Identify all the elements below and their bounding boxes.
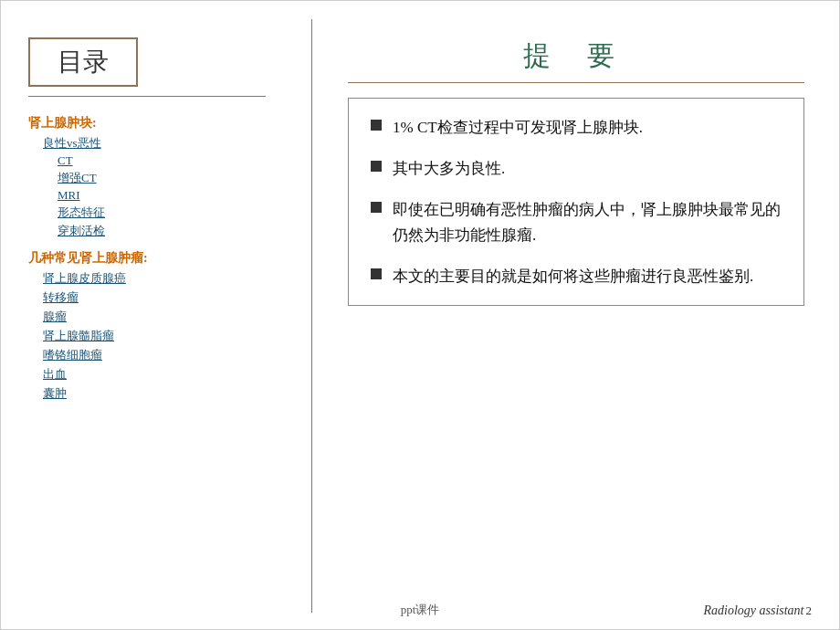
toc-divider (28, 96, 266, 97)
toc-item-4[interactable]: 形态特征 (58, 205, 284, 221)
toc-item-s2-3[interactable]: 肾上腺髓脂瘤 (43, 328, 284, 344)
bullet-item-3: 本文的主要目的就是如何将这些肿瘤进行良恶性鉴别. (371, 264, 782, 289)
bullet-item-1: 其中大多为良性. (371, 156, 782, 181)
toc-item-s2-0[interactable]: 肾上腺皮质腺癌 (43, 270, 284, 287)
bullet-item-2: 即使在已明确有恶性肿瘤的病人中，肾上腺肿块最常见的仍然为非功能性腺瘤. (371, 197, 782, 247)
bullet-text-1: 其中大多为良性. (393, 156, 505, 181)
toc-section2-title[interactable]: 几种常见肾上腺肿瘤: (28, 250, 284, 267)
slide: 目录 肾上腺肿块: 良性vs恶性 CT 增强CT MRI 形态特征 穿刺活检 几… (0, 0, 840, 630)
bullet-square-1 (371, 161, 382, 172)
toc-section1-title[interactable]: 肾上腺肿块: (28, 115, 284, 131)
footer-brand: Radiology assistant (703, 604, 803, 617)
bullet-square-2 (371, 202, 382, 213)
bullet-item-0: 1% CT检查过程中可发现肾上腺肿块. (371, 115, 782, 140)
toc-item-1[interactable]: CT (58, 153, 284, 168)
right-title: 提 要 (348, 37, 804, 75)
toc-item-3[interactable]: MRI (58, 188, 284, 203)
left-panel: 目录 肾上腺肿块: 良性vs恶性 CT 增强CT MRI 形态特征 穿刺活检 几… (1, 1, 311, 630)
toc-item-s2-6[interactable]: 囊肿 (43, 385, 284, 402)
toc-item-s2-4[interactable]: 嗜铬细胞瘤 (43, 347, 284, 363)
toc-item-2[interactable]: 增强CT (58, 170, 284, 186)
footer-right: Radiology assistant2 (703, 604, 812, 618)
toc-title: 目录 (58, 47, 109, 76)
content-box: 1% CT检查过程中可发现肾上腺肿块. 其中大多为良性. 即使在已明确有恶性肿瘤… (348, 98, 804, 306)
toc-item-s2-1[interactable]: 转移瘤 (43, 289, 284, 306)
bullet-text-2: 即使在已明确有恶性肿瘤的病人中，肾上腺肿块最常见的仍然为非功能性腺瘤. (393, 197, 782, 247)
bullet-text-3: 本文的主要目的就是如何将这些肿瘤进行良恶性鉴别. (393, 264, 753, 289)
toc-item-0[interactable]: 良性vs恶性 (43, 135, 284, 152)
bullet-square-0 (371, 120, 382, 131)
right-panel: 提 要 1% CT检查过程中可发现肾上腺肿块. 其中大多为良性. 即使在已明确有… (320, 1, 832, 630)
vertical-divider (311, 19, 312, 613)
toc-title-box: 目录 (28, 37, 138, 87)
toc-item-s2-2[interactable]: 腺瘤 (43, 309, 284, 325)
footer-center-label: ppt课件 (401, 602, 440, 618)
bullet-square-3 (371, 268, 382, 279)
toc-item-5[interactable]: 穿刺活检 (58, 223, 284, 239)
footer-page: 2 (806, 604, 813, 617)
bullet-text-0: 1% CT检查过程中可发现肾上腺肿块. (393, 115, 643, 140)
right-divider (348, 82, 804, 83)
toc-item-s2-5[interactable]: 出血 (43, 366, 284, 383)
